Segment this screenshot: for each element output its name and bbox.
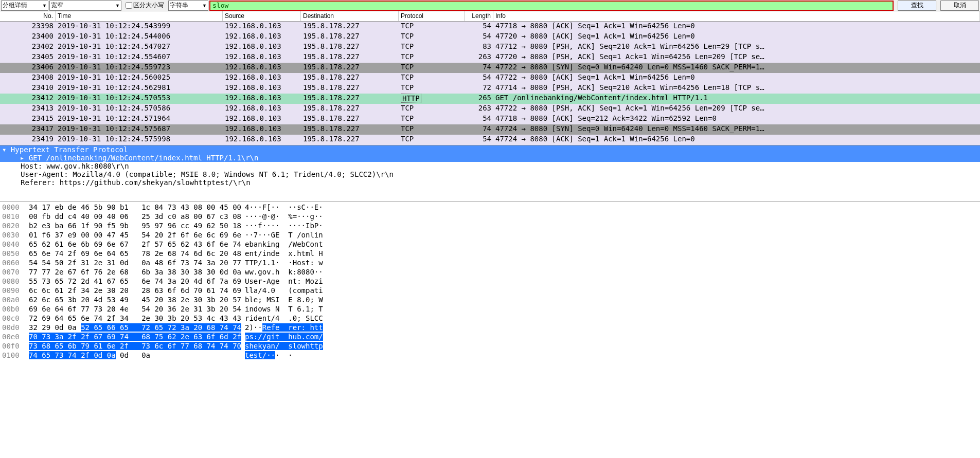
cancel-button[interactable]: 取消 bbox=[940, 1, 979, 11]
hex-row[interactable]: 00b069 6e 64 6f 77 73 20 4e 54 20 36 2e … bbox=[0, 305, 980, 314]
hex-row[interactable]: 00906c 6c 61 2f 34 2e 30 20 28 63 6f 6d … bbox=[0, 286, 980, 296]
charset-combo[interactable]: 宽窄▼ bbox=[49, 1, 121, 11]
hex-row[interactable]: 0020b2 e3 ba 66 1f 90 f5 9b 95 97 96 cc … bbox=[0, 222, 980, 231]
hex-row[interactable]: 00e070 73 3a 2f 2f 67 69 74 68 75 62 2e … bbox=[0, 333, 980, 342]
chevron-down-icon: ▼ bbox=[112, 3, 120, 8]
hex-row[interactable]: 005065 6e 74 2f 69 6e 64 65 78 2e 68 74 … bbox=[0, 249, 980, 259]
packet-row[interactable]: 234122019-10-31 10:12:24.570553192.168.0… bbox=[0, 94, 980, 104]
packet-rows[interactable]: 233982019-10-31 10:12:24.543999192.168.0… bbox=[0, 22, 980, 145]
col-info[interactable]: Info bbox=[493, 11, 980, 21]
toolbar: 分组详情▼ 宽窄▼ 区分大小写 字符串▼ 查找 取消 bbox=[0, 0, 980, 11]
packet-row[interactable]: 234062019-10-31 10:12:24.559723192.168.0… bbox=[0, 63, 980, 73]
case-label: 区分大小写 bbox=[133, 1, 164, 10]
hex-row[interactable]: 00f073 68 65 6b 79 61 6e 2f 73 6c 6f 77 … bbox=[0, 342, 980, 351]
hex-row[interactable]: 00a062 6c 65 3b 20 4d 53 49 45 20 38 2e … bbox=[0, 296, 980, 305]
packet-row[interactable]: 233982019-10-31 10:12:24.543999192.168.0… bbox=[0, 22, 980, 32]
hex-row[interactable]: 00d032 29 0d 0a 52 65 66 65 72 65 72 3a … bbox=[0, 323, 980, 333]
packet-row[interactable]: 234132019-10-31 10:12:24.570586192.168.0… bbox=[0, 104, 980, 114]
packet-row[interactable]: 234082019-10-31 10:12:24.560025192.168.0… bbox=[0, 73, 980, 83]
hex-row[interactable]: 007077 77 2e 67 6f 76 2e 68 6b 3a 38 30 … bbox=[0, 268, 980, 277]
detail-get[interactable]: GET /onlinebanking/WebContent/index.html… bbox=[0, 154, 980, 162]
chevron-down-icon: ▼ bbox=[39, 3, 47, 8]
packet-row[interactable]: 234172019-10-31 10:12:24.575687192.168.0… bbox=[0, 124, 980, 135]
col-source[interactable]: Source bbox=[223, 11, 301, 21]
hex-row[interactable]: 00c072 69 64 65 6e 74 2f 34 2e 30 3b 20 … bbox=[0, 314, 980, 323]
col-destination[interactable]: Destination bbox=[301, 11, 399, 21]
case-sensitive-input[interactable] bbox=[126, 2, 132, 9]
details-pane[interactable]: Hypertext Transfer Protocol GET /onlineb… bbox=[0, 145, 980, 201]
chevron-down-icon: ▼ bbox=[199, 3, 207, 8]
type-combo[interactable]: 字符串▼ bbox=[168, 1, 208, 11]
hex-row[interactable]: 010074 65 73 74 2f 0d 0a 0d 0atest/··· · bbox=[0, 351, 980, 360]
hex-row[interactable]: 001000 fb dd c4 40 00 40 06 25 3d c0 a8 … bbox=[0, 212, 980, 222]
col-protocol[interactable]: Protocol bbox=[399, 11, 465, 21]
packet-row[interactable]: 234022019-10-31 10:12:24.547027192.168.0… bbox=[0, 42, 980, 52]
packet-row[interactable]: 234002019-10-31 10:12:24.544006192.168.0… bbox=[0, 32, 980, 42]
detail-hypertext[interactable]: Hypertext Transfer Protocol bbox=[0, 145, 980, 154]
packet-list: No. Time Source Destination Protocol Len… bbox=[0, 11, 980, 145]
hex-row[interactable]: 008055 73 65 72 2d 41 67 65 6e 74 3a 20 … bbox=[0, 277, 980, 286]
hex-row[interactable]: 003001 f6 37 e9 00 00 47 45 54 20 2f 6f … bbox=[0, 231, 980, 240]
detail-host[interactable]: Host: www.gov.hk:8080\r\n bbox=[0, 162, 980, 170]
search-input[interactable] bbox=[209, 1, 894, 11]
hex-row[interactable]: 006054 54 50 2f 31 2e 31 0d 0a 48 6f 73 … bbox=[0, 259, 980, 268]
col-time[interactable]: Time bbox=[56, 11, 223, 21]
find-button[interactable]: 查找 bbox=[898, 1, 936, 11]
packet-row[interactable]: 234192019-10-31 10:12:24.575998192.168.0… bbox=[0, 135, 980, 145]
scope-combo[interactable]: 分组详情▼ bbox=[1, 1, 48, 11]
col-length[interactable]: Length bbox=[465, 11, 493, 21]
case-sensitive-checkbox[interactable]: 区分大小写 bbox=[126, 1, 164, 10]
packet-list-header: No. Time Source Destination Protocol Len… bbox=[0, 11, 980, 22]
detail-referer[interactable]: Referer: https://github.com/shekyan/slow… bbox=[0, 178, 980, 187]
col-no[interactable]: No. bbox=[0, 11, 56, 21]
hex-pane[interactable]: 000034 17 eb de 46 5b 90 b1 1c 84 73 43 … bbox=[0, 201, 980, 361]
detail-ua[interactable]: User-Agent: Mozilla/4.0 (compatible; MSI… bbox=[0, 170, 980, 178]
packet-row[interactable]: 234152019-10-31 10:12:24.571964192.168.0… bbox=[0, 114, 980, 124]
hex-row[interactable]: 004065 62 61 6e 6b 69 6e 67 2f 57 65 62 … bbox=[0, 240, 980, 249]
hex-row[interactable]: 000034 17 eb de 46 5b 90 b1 1c 84 73 43 … bbox=[0, 203, 980, 212]
packet-row[interactable]: 234052019-10-31 10:12:24.554607192.168.0… bbox=[0, 52, 980, 63]
packet-row[interactable]: 234102019-10-31 10:12:24.562981192.168.0… bbox=[0, 83, 980, 94]
